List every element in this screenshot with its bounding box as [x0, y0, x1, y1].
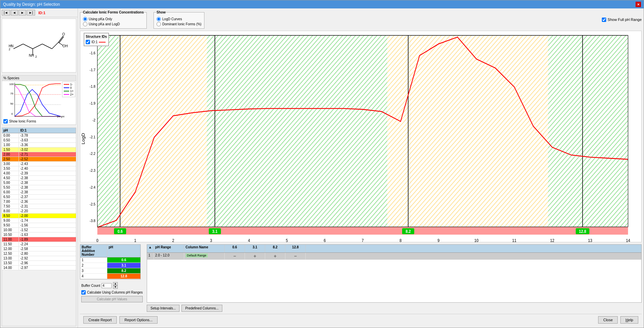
buffer-count-input[interactable] — [102, 283, 112, 288]
close-button[interactable]: Close — [598, 316, 618, 324]
struct-color-line — [99, 42, 106, 43]
td-val: -1.89 — [19, 237, 76, 242]
svg-text:3: 3 — [210, 238, 213, 242]
create-report-button[interactable]: Create Report — [83, 316, 117, 324]
svg-text:1: 1 — [134, 238, 137, 242]
struct-id-checkbox[interactable] — [86, 40, 90, 44]
svg-rect-32 — [118, 35, 207, 229]
rd-val-82-1[interactable]: + — [265, 253, 285, 259]
legend-color-1minus — [64, 84, 69, 85]
radio-pka-logd-input[interactable] — [83, 22, 87, 26]
predefined-columns-button[interactable]: Predefined Columns... — [181, 305, 222, 312]
svg-text:50: 50 — [10, 102, 13, 105]
table-row: 2.50-2.52 — [2, 157, 76, 162]
rd-val-06-1[interactable]: − — [225, 253, 245, 259]
svg-text:-1.9: -1.9 — [90, 101, 95, 106]
svg-text:13: 13 — [588, 238, 592, 242]
svg-text:-1.6: -1.6 — [90, 51, 95, 55]
td-ph: 2.50 — [2, 157, 19, 161]
table-row: 5.00-2.38 — [2, 181, 76, 185]
table-row: 3.00-2.43 — [2, 162, 76, 166]
svg-text:8.2: 8.2 — [405, 229, 411, 234]
default-range-badge: Default Range — [186, 253, 208, 257]
td-ph: 14.00 — [2, 266, 19, 270]
radio-pka-only-input[interactable] — [83, 17, 87, 21]
show-full-range-checkbox[interactable] — [602, 18, 606, 22]
td-ph: 1.00 — [2, 143, 19, 147]
rh-val-128: 12.8 — [285, 245, 306, 252]
rh-sort[interactable]: ▲ — [147, 245, 154, 252]
td-val: -2.40 — [19, 166, 76, 171]
td-val: -2.20 — [19, 209, 76, 213]
th-ph: pH — [2, 128, 19, 133]
table-row: 13.00-2.92 — [2, 256, 76, 261]
table-row: 0.50-3.63 — [2, 138, 76, 143]
legend-color-2plus — [64, 94, 69, 95]
help-button[interactable]: Help — [620, 316, 638, 324]
nav-first-button[interactable]: |◄ — [2, 10, 10, 16]
radio-pka-only: Using pKa Only — [83, 17, 144, 21]
td-val: -1.52 — [19, 228, 76, 232]
table-row: 11.50-2.24 — [2, 242, 76, 247]
rd-colname-1: Default Range — [184, 253, 225, 259]
svg-text:pH: pH — [61, 115, 64, 118]
spin-up-button[interactable]: ▲ — [113, 282, 118, 285]
calc-columns-label: Calculate Using Columns pH Ranges — [87, 291, 143, 294]
calc-columns-checkbox[interactable] — [81, 290, 86, 295]
svg-line-4 — [52, 43, 58, 49]
ph-table: pH ID:1 0.00-3.780.50-3.631.00-3.361.50-… — [2, 128, 76, 326]
td-val: -2.52 — [19, 157, 76, 161]
legend-item-2plus: 2+ — [64, 93, 74, 96]
show-ionic-label: Show Ionic Forms — [9, 119, 36, 123]
svg-rect-35 — [548, 35, 628, 229]
svg-text:5: 5 — [286, 238, 288, 242]
struct-ids-title: Structure IDs — [86, 35, 107, 39]
table-row: 6.00-2.38 — [2, 190, 76, 195]
nav-last-button[interactable]: ►| — [27, 10, 35, 16]
table-row: 13.50-2.96 — [2, 261, 76, 266]
buffer-section: Buffer Additive Number pH 1 0.6 2 3.1 — [80, 244, 144, 312]
svg-text:LogD: LogD — [81, 133, 86, 144]
species-title: % Species — [2, 76, 76, 81]
table-header: pH ID:1 — [2, 128, 76, 133]
td-val: -3.02 — [19, 147, 76, 152]
svg-text:-2: -2 — [92, 118, 95, 122]
td-val: -3.78 — [19, 133, 76, 138]
legend-color-0 — [64, 87, 69, 88]
rd-val-128-1[interactable]: − — [285, 253, 306, 259]
td-ph: 5.00 — [2, 181, 19, 185]
left-panel: |◄ ◄ ► ►| ID:1 — [0, 8, 78, 328]
svg-line-5 — [58, 36, 63, 43]
svg-text:75: 75 — [10, 92, 13, 95]
buffer-table: Buffer Additive Number pH 1 0.6 2 3.1 — [80, 244, 141, 279]
rh-val-82: 8.2 — [265, 245, 285, 252]
td-val: -2.38 — [19, 181, 76, 185]
td-ph: 10.00 — [2, 228, 19, 232]
radio-logd-input[interactable] — [157, 17, 161, 21]
show-full-range-label: Show Full pH Range — [608, 18, 642, 22]
svg-rect-34 — [387, 35, 548, 229]
table-row: 4.00-2.39 — [2, 171, 76, 176]
svg-line-6 — [59, 36, 63, 43]
svg-text:0: 0 — [11, 112, 13, 115]
td-ph: 13.50 — [2, 261, 19, 265]
td-ph: 2.00 — [2, 152, 19, 157]
nav-next-button[interactable]: ► — [19, 10, 26, 16]
show-ionic-checkbox[interactable] — [3, 119, 8, 124]
spin-down-button[interactable]: ▼ — [113, 285, 118, 289]
legend-color-1plus — [64, 91, 69, 91]
svg-text:0.6: 0.6 — [117, 229, 123, 234]
nav-prev-button[interactable]: ◄ — [11, 10, 18, 16]
calc-ph-button[interactable]: Calculate pH Values — [81, 296, 143, 302]
ranges-row-1: 1 2.0 - 12.0 Default Range − + + − — [147, 253, 641, 260]
td-ph: 10.50 — [2, 233, 19, 237]
radio-dominant-input[interactable] — [157, 22, 161, 26]
close-window-button[interactable]: ✕ — [636, 2, 641, 7]
calc-group: Calculate Ionic Forms Concentrations Usi… — [80, 10, 147, 29]
svg-text:2: 2 — [8, 48, 10, 51]
report-options-button[interactable]: Report Options... — [119, 316, 158, 324]
rd-val-31-1[interactable]: + — [245, 253, 265, 259]
btd-num-1: 1 — [80, 257, 107, 263]
setup-intervals-button[interactable]: Setup Intervals... — [147, 305, 179, 312]
ph-table-body: 0.00-3.780.50-3.631.00-3.361.50-3.022.00… — [2, 133, 76, 270]
